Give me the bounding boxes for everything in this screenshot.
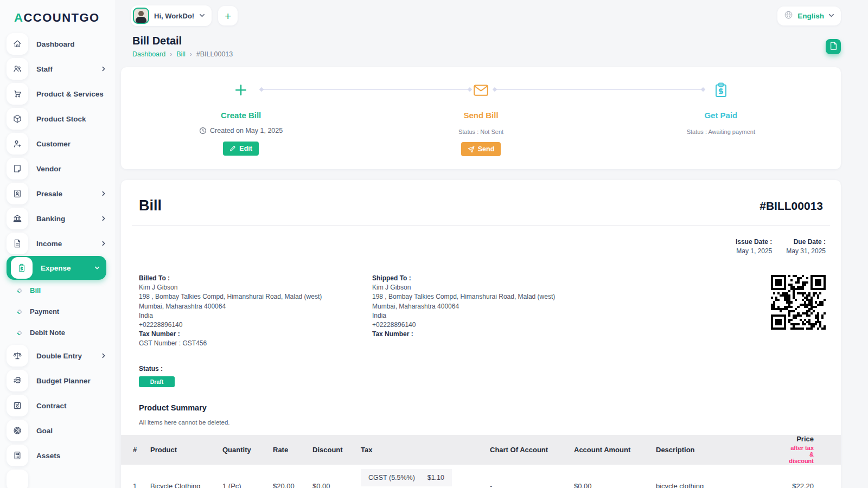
coins-icon xyxy=(7,370,28,391)
cell-account-amount: $0.00 xyxy=(570,465,652,488)
plus-icon xyxy=(233,81,248,99)
sidebar-item-label: Double Entry xyxy=(36,352,82,360)
step-title: Get Paid xyxy=(704,111,737,120)
sidebar-subitem-bill[interactable]: Bill xyxy=(0,280,115,301)
send-bill-button[interactable]: Send xyxy=(461,142,501,156)
partial-icon xyxy=(7,470,28,488)
sidebar-item-customer[interactable]: Customer xyxy=(0,131,115,156)
sidebar-item-presale[interactable]: Presale xyxy=(0,181,115,206)
export-document-button[interactable] xyxy=(826,39,841,54)
sidebar-item-double-entry[interactable]: Double Entry xyxy=(0,343,115,368)
cell-description: bicycle clothing xyxy=(652,465,784,488)
sidebar-subitem-payment[interactable]: Payment xyxy=(0,301,115,322)
presale-doc-icon xyxy=(7,183,28,204)
user-plus-icon xyxy=(7,133,28,155)
sidebar-subitem-debit-note[interactable]: Debit Note xyxy=(0,322,115,343)
target-icon xyxy=(7,420,28,441)
note-icon xyxy=(7,158,28,179)
avatar xyxy=(133,8,149,24)
page-title: Bill Detail xyxy=(132,35,233,47)
sidebar-item-label: Bill xyxy=(30,286,41,294)
product-summary-note: All items here cannot be deleted. xyxy=(139,419,830,426)
breadcrumb-separator: › xyxy=(170,50,172,58)
expense-clipboard-icon xyxy=(11,257,33,279)
cell-rate: $20.00 xyxy=(269,465,308,488)
paid-clipboard-icon xyxy=(714,81,727,99)
addresses-row: Billed To : Kim J Gibson 198 , Bombay Ta… xyxy=(132,274,830,349)
sidebar-item-assets[interactable]: Assets xyxy=(0,443,115,468)
language-label: English xyxy=(797,12,824,20)
step-title: Send Bill xyxy=(463,111,498,120)
col-account-amount: Account Amount xyxy=(570,435,652,465)
calculator-icon xyxy=(7,445,28,466)
sidebar-item-dashboard[interactable]: Dashboard xyxy=(0,31,115,56)
col-tax: Tax xyxy=(356,435,486,465)
issue-date: Issue Date : May 1, 2025 xyxy=(736,237,772,256)
breadcrumb-bill-link[interactable]: Bill xyxy=(176,50,186,58)
sidebar-item-contract[interactable]: Contract xyxy=(0,393,115,418)
breadcrumb-separator: › xyxy=(190,50,192,58)
chevron-down-icon xyxy=(828,11,834,21)
divider xyxy=(132,225,830,226)
col-chart-of-account: Chart Of Account xyxy=(486,435,570,465)
col-description: Description xyxy=(652,435,784,465)
step-send-bill: Send Bill Status : Not Sent Send xyxy=(361,81,601,169)
cell-price: $22.20 xyxy=(784,465,841,488)
cell-tax: CGST (5.5%%) $1.10 SGST (5.5%%) $1.10 xyxy=(356,465,486,488)
bill-number: #BILL00013 xyxy=(760,200,823,213)
col-num: # xyxy=(121,435,146,465)
sidebar-item-label: Budget Planner xyxy=(36,377,91,385)
sidebar-item-label: Goal xyxy=(36,427,53,435)
breadcrumb-current: #BILL00013 xyxy=(196,50,233,58)
breadcrumb-dashboard-link[interactable]: Dashboard xyxy=(132,50,165,58)
sidebar-item-label: Dashboard xyxy=(36,40,75,48)
chevron-down-icon xyxy=(94,263,100,273)
col-quantity: Quantity xyxy=(218,435,269,465)
sidebar-item-label: Expense xyxy=(41,264,71,272)
add-button[interactable]: + xyxy=(218,6,238,25)
chevron-down-icon xyxy=(199,11,205,21)
user-menu[interactable]: Hi, WorkDo! xyxy=(131,5,212,26)
scale-icon xyxy=(7,345,28,367)
sidebar-item-product-stock[interactable]: Product Stock xyxy=(0,106,115,131)
cell-num: 1 xyxy=(121,465,146,488)
sidebar-item-income[interactable]: Income xyxy=(0,231,115,256)
sidebar-item-product-services[interactable]: Product & Services xyxy=(0,81,115,106)
table-header-row: # Product Quantity Rate Discount Tax Cha… xyxy=(121,435,841,465)
contract-icon xyxy=(7,395,28,416)
status-badge: Draft xyxy=(139,376,175,387)
tax-line-sgst: SGST (5.5%%) $1.10 xyxy=(361,486,452,488)
sidebar-item-staff[interactable]: Staff xyxy=(0,56,115,81)
box-icon xyxy=(7,108,28,130)
step-get-paid: Get Paid Status : Awaiting payment xyxy=(601,81,841,169)
page-header: Bill Detail Dashboard › Bill › #BILL0001… xyxy=(132,35,841,58)
sidebar-item-label: Payment xyxy=(30,307,59,316)
sidebar-item-goal[interactable]: Goal xyxy=(0,418,115,443)
product-summary-title: Product Summary xyxy=(139,403,830,412)
bill-heading-row: Bill #BILL00013 xyxy=(132,193,830,214)
file-text-icon xyxy=(7,233,28,254)
pencil-icon xyxy=(229,145,236,152)
edit-bill-button[interactable]: Edit xyxy=(223,142,259,156)
breadcrumb: Dashboard › Bill › #BILL00013 xyxy=(132,50,233,58)
bill-card: Bill #BILL00013 Issue Date : May 1, 2025… xyxy=(121,180,841,488)
sidebar-item-expense[interactable]: Expense xyxy=(7,256,106,280)
main-content: Hi, WorkDo! + English Bill Detail Dashbo… xyxy=(115,0,868,488)
step-status: Created on May 1, 2025 xyxy=(199,127,283,134)
cell-product: Bicycle Clothing xyxy=(146,465,218,488)
home-icon xyxy=(7,33,28,55)
sidebar-item-vendor[interactable]: Vendor xyxy=(0,156,115,181)
cell-discount: $0.00 xyxy=(308,465,356,488)
price-subheader: after tax & discount xyxy=(789,445,814,464)
sidebar-item-label: Customer xyxy=(36,140,71,148)
col-price: Price after tax & discount xyxy=(784,435,841,465)
sidebar-item-label: Contract xyxy=(36,402,67,410)
sidebar-item-banking[interactable]: Banking xyxy=(0,206,115,231)
language-selector[interactable]: English xyxy=(777,7,841,25)
qr-code xyxy=(771,275,826,330)
globe-icon xyxy=(784,10,793,22)
cell-quantity: 1 (Pc) xyxy=(218,465,269,488)
sidebar-item-budget-planner[interactable]: Budget Planner xyxy=(0,368,115,393)
billed-to-block: Billed To : Kim J Gibson 198 , Bombay Ta… xyxy=(139,274,372,349)
sidebar-item-label: Product & Services xyxy=(36,90,104,98)
